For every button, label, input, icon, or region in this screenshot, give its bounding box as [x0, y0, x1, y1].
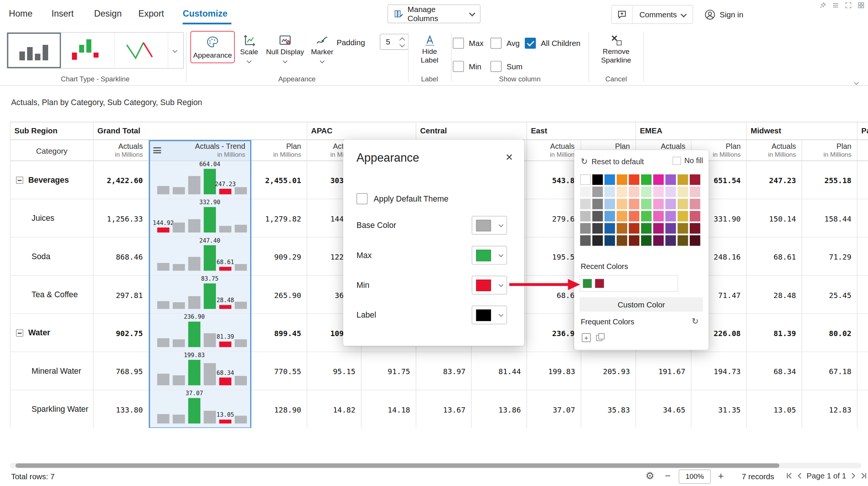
palette-swatch[interactable]	[617, 235, 627, 246]
pin-icon[interactable]	[819, 2, 827, 9]
show-max-checkbox[interactable]: Max	[453, 38, 483, 49]
close-icon[interactable]: ✕	[505, 152, 513, 164]
max-color-dropdown[interactable]	[472, 246, 507, 264]
recent-color-swatch[interactable]	[583, 279, 592, 288]
region-header-emea[interactable]: EMEA	[636, 122, 747, 140]
palette-swatch[interactable]	[629, 174, 639, 185]
column-menu-icon[interactable]	[153, 147, 161, 155]
reset-to-default-button[interactable]: ↻ Reset to default	[581, 157, 644, 167]
zoom-level-value[interactable]: 100%	[679, 469, 711, 484]
menu-home[interactable]: Home	[9, 9, 33, 19]
palette-swatch[interactable]	[592, 174, 603, 185]
add-color-button[interactable]: +	[582, 333, 591, 342]
palette-swatch[interactable]	[665, 223, 676, 234]
palette-swatch[interactable]	[605, 211, 615, 222]
menu-insert[interactable]: Insert	[52, 9, 74, 19]
palette-swatch[interactable]	[592, 186, 603, 197]
palette-swatch[interactable]	[617, 223, 627, 234]
region-header-grand-total[interactable]: Grand Total	[93, 122, 307, 140]
palette-swatch[interactable]	[592, 199, 603, 209]
palette-swatch[interactable]	[641, 211, 652, 222]
palette-swatch[interactable]	[665, 186, 676, 197]
copy-icon[interactable]	[596, 333, 605, 342]
show-sum-checkbox[interactable]: Sum	[491, 61, 523, 72]
palette-swatch[interactable]	[641, 186, 652, 197]
palette-swatch[interactable]	[592, 223, 603, 234]
palette-swatch[interactable]	[629, 235, 639, 246]
palette-swatch[interactable]	[592, 211, 603, 222]
list-icon[interactable]	[832, 2, 839, 9]
gallery-dropdown-chevron[interactable]	[168, 33, 182, 68]
charttype-line-thumb[interactable]	[115, 33, 168, 68]
region-header-pa[interactable]: Pa	[857, 122, 868, 140]
palette-swatch[interactable]	[690, 174, 700, 185]
palette-swatch[interactable]	[605, 235, 615, 246]
zoom-out-button[interactable]: −	[665, 471, 671, 482]
menu-export[interactable]: Export	[138, 9, 164, 19]
refresh-icon[interactable]: ↻	[692, 316, 698, 326]
palette-swatch[interactable]	[653, 235, 664, 246]
show-avg-checkbox[interactable]: Avg	[491, 38, 520, 49]
palette-swatch[interactable]	[665, 174, 676, 185]
gear-icon[interactable]: ⚙	[645, 470, 654, 482]
column-header[interactable]: Actualsin Millions	[93, 140, 149, 161]
palette-swatch[interactable]	[690, 199, 700, 209]
scale-button[interactable]: Scale	[236, 33, 262, 63]
region-header-apac[interactable]: APAC	[307, 122, 416, 140]
palette-swatch[interactable]	[629, 186, 639, 197]
palette-swatch[interactable]	[690, 223, 700, 234]
palette-swatch[interactable]	[580, 235, 591, 246]
zoom-in-button[interactable]: +	[718, 471, 724, 482]
palette-swatch[interactable]	[629, 223, 639, 234]
palette-swatch[interactable]	[641, 223, 652, 234]
palette-swatch[interactable]	[605, 199, 615, 209]
palette-swatch[interactable]	[665, 199, 676, 209]
ribbon-collapse-chevron[interactable]	[855, 76, 858, 86]
prev-page-icon[interactable]	[796, 472, 803, 479]
label-color-dropdown[interactable]	[472, 306, 507, 324]
region-header-central[interactable]: Central	[416, 122, 527, 140]
recent-color-swatch[interactable]	[595, 279, 604, 288]
menu-design[interactable]: Design	[94, 9, 122, 19]
column-header[interactable]: Actuals - Trendin Millions	[149, 140, 251, 161]
manage-columns-button[interactable]: Manage Columns	[388, 5, 481, 23]
stepper-down-icon[interactable]	[399, 42, 405, 47]
first-page-icon[interactable]	[785, 472, 793, 479]
menu-customize-active[interactable]: Customize	[183, 9, 228, 19]
palette-swatch[interactable]	[605, 174, 615, 185]
grid-icon[interactable]	[857, 2, 865, 9]
column-header[interactable]: Planin Millions	[251, 140, 307, 161]
palette-swatch[interactable]	[653, 186, 664, 197]
no-fill-option[interactable]: No fill	[673, 157, 703, 165]
palette-swatch[interactable]	[690, 211, 700, 222]
palette-swatch[interactable]	[580, 211, 591, 222]
palette-swatch[interactable]	[653, 211, 664, 222]
palette-swatch[interactable]	[617, 174, 627, 185]
palette-swatch[interactable]	[641, 199, 652, 209]
column-header[interactable]	[857, 140, 868, 161]
collapse-icon[interactable]	[16, 329, 23, 336]
padding-stepper[interactable]: 5	[380, 34, 408, 50]
null-display-button[interactable]: Null Display	[262, 33, 308, 63]
appearance-button[interactable]: Appearance	[190, 31, 235, 63]
palette-swatch[interactable]	[690, 186, 700, 197]
last-page-icon[interactable]	[860, 472, 867, 479]
apply-default-theme-checkbox[interactable]: Apply Default Theme	[356, 193, 448, 204]
palette-swatch[interactable]	[678, 235, 688, 246]
custom-color-button[interactable]: Custom Color	[579, 297, 703, 312]
palette-swatch[interactable]	[690, 235, 700, 246]
marker-button[interactable]: Marker	[308, 33, 336, 63]
palette-swatch[interactable]	[592, 235, 603, 246]
palette-swatch[interactable]	[653, 223, 664, 234]
sign-in-button[interactable]: Sign in	[704, 5, 743, 24]
comments-dropdown[interactable]: Comments	[633, 10, 692, 19]
palette-swatch[interactable]	[605, 186, 615, 197]
palette-swatch[interactable]	[629, 211, 639, 222]
palette-swatch[interactable]	[641, 235, 652, 246]
next-page-icon[interactable]	[850, 472, 857, 479]
palette-swatch[interactable]	[605, 223, 615, 234]
min-color-dropdown[interactable]	[472, 276, 507, 295]
column-header[interactable]: Actualsin Millions	[747, 140, 802, 161]
column-header[interactable]: Actualsin Million	[527, 140, 581, 161]
hide-label-button[interactable]: Hide Label	[412, 33, 447, 65]
